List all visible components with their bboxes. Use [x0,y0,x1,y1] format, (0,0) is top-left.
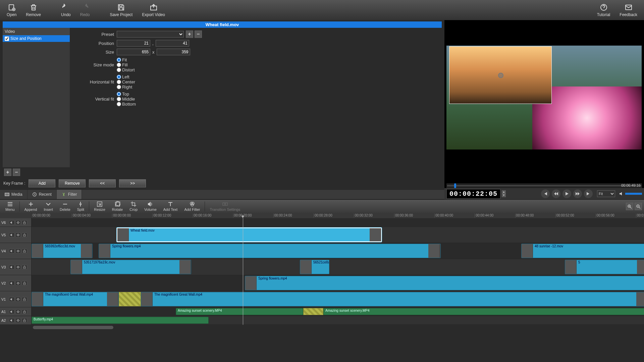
timeline-clip[interactable]: Wheat field.mov [117,228,382,242]
track-body[interactable]: Butterfly.mp4 [32,316,644,324]
track-mute-button[interactable] [9,318,14,323]
preset-add-button[interactable]: + [186,31,193,38]
timeline-clip[interactable]: 5 [565,260,644,274]
track-mute-button[interactable] [9,249,14,253]
track-visible-button[interactable] [15,297,21,302]
track-lock-button[interactable] [22,318,27,323]
track-body[interactable] [32,218,644,227]
track-body[interactable]: Spring flowers.mp4 [32,275,644,291]
save-project-button[interactable]: Save Project [106,2,136,18]
addfilter-button[interactable]: Add Filter [181,200,203,212]
track-mute-button[interactable] [9,309,14,314]
preset-select[interactable] [117,31,184,38]
crop-button[interactable]: Crop [126,200,141,212]
insert-button[interactable]: Insert [40,200,56,212]
track-visible-button[interactable] [15,249,21,253]
track-lock-button[interactable] [22,265,27,269]
transform-center-handle[interactable] [498,73,503,78]
sizemode-fill-radio[interactable]: Fill [117,62,135,67]
track-lock-button[interactable] [22,297,27,302]
scrubber-playhead[interactable] [454,183,456,188]
scrollbar-thumb[interactable] [33,326,113,329]
play-button[interactable] [562,189,571,198]
track-header[interactable]: V3 [0,259,32,275]
goto-end-button[interactable] [584,189,593,198]
timecode-step-down[interactable]: ▼ [502,194,506,197]
rewind-button[interactable] [552,189,560,198]
volume-icon[interactable] [619,191,624,196]
timeline-clip[interactable]: 565992ef6cc3d.mov [32,244,93,258]
split-button[interactable]: Split [74,200,88,212]
preview-canvas[interactable] [446,22,642,183]
track-body[interactable]: 535171976a19c.mov56521ce8a4bfb.wmv5 [32,259,644,275]
track-body[interactable]: The magnificent Great Wall.mp4The magnif… [32,291,644,307]
track-lock-button[interactable] [22,220,27,225]
undo-button[interactable]: Undo [58,2,74,18]
rotate-button[interactable]: Rotate [109,200,126,212]
track-lock-button[interactable] [22,281,27,286]
tab-media[interactable]: Media [0,190,28,199]
keyframe-remove-button[interactable]: Remove [59,179,86,187]
tutorial-button[interactable]: Tutorial [594,2,614,18]
transition[interactable] [303,308,323,315]
addtext-button[interactable]: Add Text [160,200,181,212]
track-mute-button[interactable] [9,297,14,302]
feedback-button[interactable]: Feedback [616,2,641,18]
remove-filter-category-button[interactable]: − [13,169,20,176]
tab-filter[interactable]: Filter [57,190,82,199]
position-x-input[interactable] [117,40,150,47]
keyframe-prev-button[interactable]: << [89,179,116,187]
hfit-right-radio[interactable]: Right [117,84,135,89]
category-checkbox[interactable] [5,37,9,41]
timeline-clip[interactable]: 48 sunrise -12.mov [521,244,644,258]
timeline-clip[interactable]: The magnificent Great Wall.mp4 [141,292,644,306]
vfit-middle-radio[interactable]: Middle [117,97,136,102]
track-visible-button[interactable] [15,309,21,314]
track-visible-button[interactable] [15,265,21,269]
track-body[interactable]: Wheat field.mov [32,227,644,243]
track-mute-button[interactable] [9,281,14,286]
remove-button[interactable]: Remove [22,2,44,18]
delete-button[interactable]: Delete [56,200,74,212]
keyframe-next-button[interactable]: >> [119,179,146,187]
keyframe-add-button[interactable]: Add [29,179,55,187]
goto-start-button[interactable] [541,189,550,198]
volume-slider[interactable] [625,193,642,195]
tab-recent[interactable]: Recent [28,190,57,199]
position-y-input[interactable] [156,40,189,47]
hfit-left-radio[interactable]: Left [117,74,135,79]
redo-button[interactable]: Redo [77,2,93,18]
track-lock-button[interactable] [22,309,27,314]
size-w-input[interactable] [117,49,150,55]
preview-fit-select[interactable]: Fit [597,190,615,197]
timeline-clip[interactable]: Spring flowers.mp4 [245,276,644,290]
open-button[interactable]: Open [3,2,20,18]
preview-layer-selected[interactable] [449,46,552,104]
timeline-clip[interactable]: The magnificent Great Wall.mp4 [32,292,119,306]
track-visible-button[interactable] [15,220,21,225]
track-lock-button[interactable] [22,233,27,237]
track-header[interactable]: V6 [0,218,32,227]
timeline-scrollbar[interactable] [0,325,644,330]
timeline-ruler[interactable]: 00:00:00:0000:00:04:0000:00:08:0000:00:1… [0,213,644,218]
track-lock-button[interactable] [22,249,27,253]
track-header[interactable]: V1 [0,291,32,307]
forward-button[interactable] [573,189,582,198]
add-filter-category-button[interactable]: + [4,169,11,176]
timeline-clip[interactable]: 56521ce8a4bfb.wmv [300,260,329,274]
track-visible-button[interactable] [15,318,21,323]
track-header[interactable]: V2 [0,275,32,291]
transition[interactable] [119,292,141,306]
timeline-clip[interactable]: Butterfly.mp4 [32,317,209,324]
sizemode-fit-radio[interactable]: Fit [117,57,135,62]
track-visible-button[interactable] [15,281,21,286]
track-visible-button[interactable] [15,233,21,237]
preview-timecode[interactable]: 00:00:22:05 [446,189,500,199]
timeline-clip[interactable]: Amazing sunset scenery.MP4 [323,308,644,315]
sizemode-distort-radio[interactable]: Distort [117,67,135,72]
timeline-clip[interactable]: Amazing sunset scenery.MP4 [176,308,303,315]
track-header[interactable]: V5 [0,227,32,243]
track-header[interactable]: V4 [0,243,32,259]
track-mute-button[interactable] [9,220,14,225]
resize-button[interactable]: Resize [91,200,109,212]
